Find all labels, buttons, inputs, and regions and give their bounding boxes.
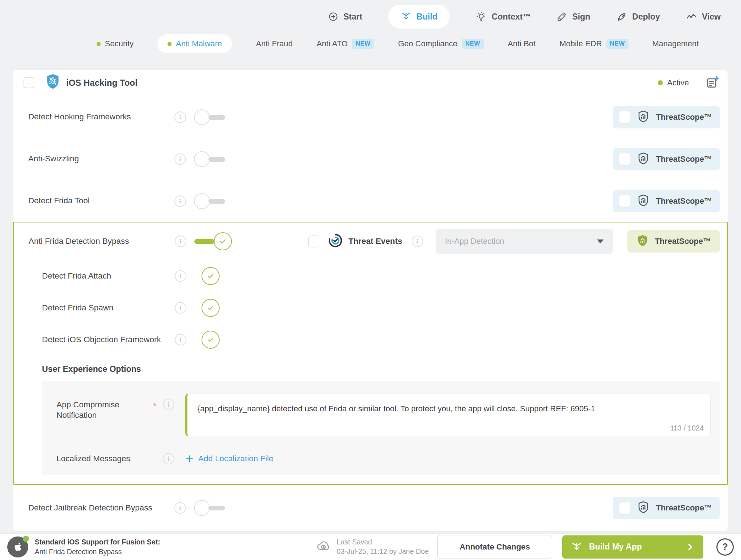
threatscope-shield-icon [636,152,650,167]
card-title: iOS Hacking Tool [66,78,137,88]
threatscope-checkbox[interactable] [619,153,631,165]
required-asterisk: * [147,394,163,411]
threatscope-checkbox[interactable] [619,502,631,514]
toggle-off[interactable] [194,500,225,516]
nav-label: Start [343,12,362,22]
info-icon[interactable] [175,302,186,314]
threatscope-checkbox[interactable] [619,111,631,123]
pulse-chart-icon [686,11,697,22]
threatscope-option[interactable]: ThreatScope™ [613,148,720,170]
threat-events-label: Threat Events [348,237,402,246]
feature-label: Detect Frida Tool [28,196,174,206]
threatscope-label: ThreatScope™ [656,154,712,164]
subnav-label: Anti ATO [317,39,348,48]
info-icon[interactable] [175,270,186,282]
toggle-off[interactable] [194,109,225,125]
feature-label: Anti Frida Detection Bypass [29,236,175,246]
nav-item-context[interactable]: Context™ [476,11,531,22]
help-button[interactable] [716,538,734,556]
nav-label: Deploy [632,12,660,22]
threatscope-label: ThreatScope™ [656,113,712,122]
enabled-check-icon[interactable] [202,299,220,317]
annotate-changes-button[interactable]: Annotate Changes [437,535,552,559]
new-badge: NEW [606,39,628,49]
collapse-button[interactable] [24,77,34,88]
nav-label: View [702,12,721,22]
subnav-item-anti-bot[interactable]: Anti Bot [508,39,535,48]
threatscope-shield-icon [636,194,650,209]
char-counter: 113 / 1024 [670,424,704,432]
enabled-check-icon[interactable] [202,267,220,285]
top-nav: Start Build Context™ Sign Deploy View [0,0,741,33]
fusion-set-subtitle: Anti Frida Detection Bypass [35,547,160,556]
build-icon [401,11,411,22]
info-icon[interactable] [174,153,186,165]
subnav-item-management[interactable]: Management [652,39,699,48]
shield-bug-icon [45,73,60,92]
user-experience-options-panel: App Compromise Notification * {app_displ… [42,381,720,475]
subfeature-row-detect-frida-attach: Detect Frida Attach [14,260,727,292]
localized-messages-row: Localized Messages Add Localization File [56,453,711,464]
chevron-right-icon[interactable] [685,542,695,552]
toggle-on[interactable] [194,232,232,250]
info-icon[interactable] [163,399,174,410]
subnav-item-geo-compliance[interactable]: Geo Compliance NEW [398,39,484,49]
subnav-label: Mobile EDR [559,39,602,48]
field-label: App Compromise Notification [56,394,147,421]
app-compromise-notification-row: App Compromise Notification * {app_displ… [56,394,711,436]
dropdown-value: In-App Detection [445,237,504,246]
info-icon[interactable] [175,334,186,345]
toggle-off[interactable] [194,151,225,167]
detection-mode-dropdown[interactable]: In-App Detection [436,229,613,254]
add-localization-file-link[interactable]: Add Localization File [185,454,274,463]
add-note-icon[interactable] [705,75,720,91]
pen-icon [557,12,567,22]
category-nav: Security Anti Malware Anti Fraud Anti AT… [0,33,741,54]
cloud-saved-icon [316,538,331,556]
threatscope-checkbox[interactable] [619,195,631,207]
info-icon[interactable] [412,236,423,247]
threat-events-checkbox[interactable] [308,236,320,247]
subfeature-label: Detect Frida Spawn [42,302,175,313]
threatscope-enabled-badge[interactable]: ThreatScope™ [627,230,720,253]
new-badge: NEW [462,39,484,49]
anti-frida-detection-bypass-section: Anti Frida Detection Bypass Threat Event… [13,222,728,485]
subnav-item-security[interactable]: Security [97,39,134,48]
info-icon[interactable] [174,502,186,514]
info-icon[interactable] [163,453,174,464]
subnav-label: Anti Fraud [256,39,293,48]
subnav-label: Management [652,39,699,48]
subnav-item-anti-fraud[interactable]: Anti Fraud [256,39,293,48]
threatscope-label: ThreatScope™ [656,196,712,206]
status-badge: Active [658,78,689,88]
threatscope-option[interactable]: ThreatScope™ [613,106,720,128]
info-icon[interactable] [174,111,186,123]
plus-icon [185,454,194,463]
nav-label: Build [416,12,437,22]
subfeature-row-detect-ios-objection-framework: Detect iOS Objection Framework [14,324,727,356]
subnav-item-mobile-edr[interactable]: Mobile EDR NEW [559,39,628,49]
notification-message-input[interactable]: {app_display_name} detected use of Frida… [185,394,711,436]
info-icon[interactable] [174,195,186,207]
subnav-item-anti-malware[interactable]: Anti Malware [157,34,232,53]
info-icon[interactable] [175,236,186,247]
enabled-check-icon[interactable] [202,331,220,349]
threatscope-label: ThreatScope™ [655,237,711,246]
enabled-dot [97,42,101,46]
build-my-app-button[interactable]: Build My App [562,535,703,559]
nav-item-view[interactable]: View [686,11,721,22]
nav-item-deploy[interactable]: Deploy [616,11,660,22]
toggle-off[interactable] [194,193,225,209]
subfeature-row-detect-frida-spawn: Detect Frida Spawn [14,292,727,324]
subnav-item-anti-ato[interactable]: Anti ATO NEW [317,39,374,49]
nav-item-build[interactable]: Build [388,5,450,29]
feature-row-detect-hooking-frameworks: Detect Hooking Frameworks ThreatScope™ [13,96,728,138]
threatscope-option[interactable]: ThreatScope™ [613,497,720,519]
threatscope-shield-icon [636,110,650,125]
build-icon [571,541,583,553]
nav-item-start[interactable]: Start [328,12,362,22]
threatscope-option[interactable]: ThreatScope™ [613,190,720,212]
plus-circle-icon [328,12,338,22]
nav-item-sign[interactable]: Sign [557,12,590,22]
rocket-icon [616,11,627,22]
